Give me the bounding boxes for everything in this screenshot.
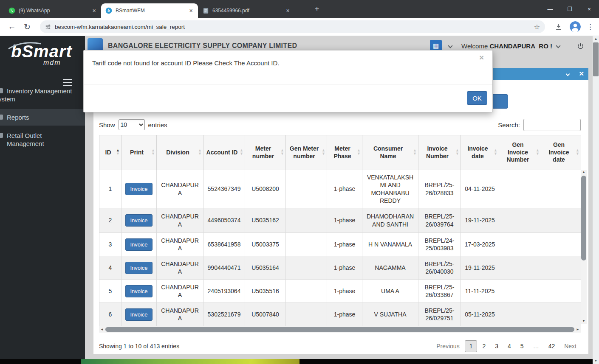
cell-print: Invoice [121, 303, 157, 326]
cell-invoice-number: BREPL/25-26/029751 [418, 303, 461, 326]
sidebar-item-inventory-management-system[interactable]: Inventory Management System [0, 83, 85, 107]
invoice-button[interactable]: Invoice [125, 308, 152, 321]
cell-consumer-name: V SUJATHA [362, 303, 418, 326]
pagination-4[interactable]: 4 [503, 340, 515, 352]
logo-swoosh-icon [8, 40, 42, 51]
page-size-select[interactable]: 10 [119, 119, 145, 130]
pagination-1[interactable]: 1 [465, 340, 478, 352]
cell-meter-number: U5035164 [245, 256, 286, 280]
user-menu-caret-icon[interactable] [556, 43, 560, 48]
sidebar-item-retail-outlet-management[interactable]: Retail Outlet Management [0, 127, 85, 152]
search-input[interactable] [523, 119, 581, 131]
sidebar-item-label: Retail Outlet Management [7, 132, 44, 147]
invoice-button[interactable]: Invoice [125, 183, 152, 195]
cell-division: CHANDAPURA [157, 170, 203, 208]
minimize-button[interactable]: — [540, 0, 560, 18]
sort-desc-icon: ▼ [413, 152, 417, 155]
page-scroll-up-icon[interactable]: ▲ [593, 36, 599, 42]
page-scroll-down-icon[interactable]: ▼ [593, 358, 599, 364]
tab-close-icon[interactable]: × [187, 7, 195, 14]
pagination-5[interactable]: 5 [516, 340, 528, 352]
invoice-button[interactable]: Invoice [125, 262, 152, 274]
browser-tab-bsmartwfm[interactable]: bBSmartWFM× [101, 3, 198, 18]
site-settings-icon[interactable] [45, 24, 51, 30]
cell-account-id: 6538641958 [203, 233, 245, 256]
column-header-gen-invoice-date[interactable]: Gen Invoice date▲▼ [541, 135, 581, 170]
invoice-button[interactable]: Invoice [125, 238, 152, 251]
app-logo: bSmart mdm [0, 36, 85, 67]
report-table: ID▲▼Print▲▼Division▲▼Account ID▲▼Meter n… [99, 135, 581, 326]
cell-gen-invoice-date [541, 208, 581, 233]
reload-icon[interactable]: ↻ [21, 22, 33, 32]
sidebar-item-reports[interactable]: Reports [0, 109, 85, 126]
back-icon[interactable]: ← [6, 22, 18, 31]
browser-tab-6354459966-pdf[interactable]: 6354459966.pdf× [198, 3, 295, 18]
column-header-meter-number[interactable]: Meter number▲▼ [245, 135, 286, 170]
column-header-invoice-date[interactable]: Invoice date▲▼ [461, 135, 499, 170]
logout-power-icon[interactable] [577, 42, 584, 50]
search-label: Search: [498, 121, 520, 129]
scroll-up-icon[interactable]: ▲ [581, 170, 587, 175]
bookmark-star-icon[interactable]: ☆ [534, 23, 540, 31]
scroll-down-icon[interactable]: ▼ [581, 319, 587, 324]
cell-gen-invoice-date [541, 256, 581, 280]
sort-icons: ▲▼ [357, 148, 361, 155]
close-panel-icon[interactable]: ✕ [579, 70, 584, 78]
scroll-right-icon[interactable]: ► [575, 326, 581, 333]
browser-tab-9-whatsapp[interactable]: (9) WhatsApp× [4, 3, 101, 18]
tab-title: (9) WhatsApp [19, 8, 90, 14]
column-header-invoice-number[interactable]: Invoice Number▲▼ [418, 135, 461, 170]
pagination-42[interactable]: 42 [544, 340, 559, 352]
cell-print: Invoice [121, 208, 157, 233]
column-header-division[interactable]: Division▲▼ [157, 135, 203, 170]
horizontal-scroll-thumb[interactable] [105, 327, 574, 332]
column-header-gen-meter-number[interactable]: Gen Meter number▲▼ [286, 135, 327, 170]
browser-menu-icon[interactable]: ⋮ [587, 22, 594, 31]
sidebar-menu: Inventory Management SystemReportsRetail… [0, 83, 85, 152]
column-header-print[interactable]: Print▲▼ [121, 135, 157, 170]
page-scroll-thumb[interactable] [593, 42, 599, 76]
search-submit-button[interactable] [491, 94, 508, 109]
cell-invoice-number: BREPL/25-26/040030 [418, 256, 461, 280]
new-tab-button[interactable]: + [312, 4, 322, 14]
table-horizontal-scrollbar[interactable]: ◄ ► [99, 326, 581, 333]
taskbar-gradient [81, 359, 300, 364]
scroll-left-icon[interactable]: ◄ [99, 326, 105, 333]
downloads-icon[interactable] [554, 22, 563, 31]
menu-item-icon [0, 115, 3, 120]
address-bar[interactable]: bescom-wfm.karnatakaoneami.com/mi_sale_r… [40, 20, 545, 33]
entries-label: entries [148, 121, 167, 129]
close-window-button[interactable]: × [579, 0, 599, 18]
column-header-account-id[interactable]: Account ID▲▼ [203, 135, 245, 170]
dialog-close-icon[interactable]: × [479, 53, 484, 62]
ok-button[interactable]: OK [467, 91, 487, 105]
vertical-scroll-thumb[interactable] [581, 176, 586, 260]
sort-desc-icon: ▼ [322, 152, 325, 155]
table-vertical-scrollbar[interactable]: ▲ ▼ [581, 170, 587, 324]
maximize-button[interactable]: ❐ [560, 0, 579, 18]
profile-avatar[interactable] [570, 21, 581, 32]
cell-gen-invoice-number [499, 280, 541, 303]
cell-division: CHANDAPURA [157, 256, 203, 280]
sort-icons: ▲▼ [536, 148, 540, 155]
pagination-next[interactable]: Next [560, 340, 581, 352]
column-header-consumer-name[interactable]: Consumer Name▲▼ [362, 135, 418, 170]
invoice-button[interactable]: Invoice [125, 285, 152, 297]
column-header-meter-phase[interactable]: Meter Phase▲▼ [327, 135, 362, 170]
column-header-gen-invoice-number[interactable]: Gen Invoice Number▲▼ [499, 135, 541, 170]
pagination-2[interactable]: 2 [478, 340, 490, 352]
collapse-panel-icon[interactable] [566, 72, 570, 76]
tab-close-icon[interactable]: × [284, 7, 291, 14]
column-header-id[interactable]: ID▲▼ [99, 135, 121, 170]
invoice-button[interactable]: Invoice [125, 214, 152, 227]
cell-account-id: 4496050374 [203, 208, 245, 233]
tab-close-icon[interactable]: × [90, 7, 98, 14]
url-text: bescom-wfm.karnatakaoneami.com/mi_sale_r… [55, 24, 534, 30]
cell-id: 4 [99, 256, 121, 280]
pagination-3[interactable]: 3 [491, 340, 503, 352]
whatsapp-icon [8, 7, 15, 14]
pagination-previous[interactable]: Previous [432, 340, 463, 352]
chevron-down-icon[interactable] [448, 43, 452, 48]
menu-item-icon [0, 88, 3, 93]
page-scrollbar[interactable]: ▲ ▼ [593, 36, 599, 364]
